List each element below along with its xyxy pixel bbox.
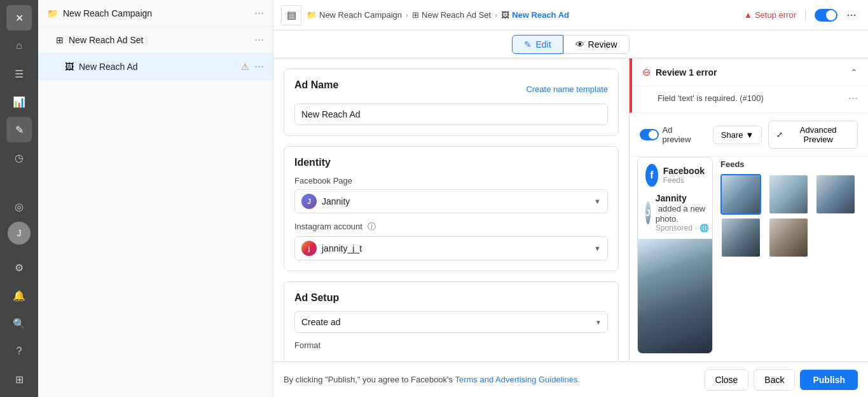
breadcrumb-sep2: › bbox=[495, 11, 497, 20]
facebook-page-value: Jannity bbox=[322, 196, 350, 206]
breadcrumb: 📁 New Reach Campaign › ⊞ New Reach Ad Se… bbox=[307, 10, 569, 20]
target-icon-button[interactable]: ◎ bbox=[6, 194, 32, 219]
error-header[interactable]: ⊖ Review 1 error ⌃ bbox=[632, 58, 868, 86]
edit-tab[interactable]: ✎ Edit bbox=[512, 35, 563, 54]
ad-name-header-row: Ad Name Create name template bbox=[294, 79, 608, 98]
error-more-button[interactable]: ··· bbox=[848, 91, 858, 105]
thumb-2-img bbox=[769, 175, 808, 213]
identity-title: Identity bbox=[294, 157, 608, 168]
feeds-strip: Feeds bbox=[720, 157, 860, 354]
adset-bc-icon: ⊞ bbox=[412, 10, 419, 20]
expand-icon: ⤢ bbox=[776, 130, 783, 139]
ad-setup-title: Ad Setup bbox=[294, 292, 608, 304]
toggle-switch[interactable] bbox=[815, 9, 837, 22]
breadcrumb-ad[interactable]: 🖼 New Reach Ad bbox=[501, 10, 569, 20]
nav-adset-label: New Reach Ad Set bbox=[69, 35, 249, 45]
top-bar: ▤ 📁 New Reach Campaign › ⊞ New Reach Ad … bbox=[273, 0, 868, 30]
settings-icon-button[interactable]: ⚙ bbox=[6, 255, 32, 280]
breadcrumb-sep1: › bbox=[406, 11, 408, 20]
home-icon-button[interactable]: ⌂ bbox=[6, 33, 32, 58]
edit-review-bar: ✎ Edit 👁 Review bbox=[273, 30, 868, 58]
breadcrumb-campaign-label: New Reach Campaign bbox=[319, 10, 402, 20]
create-ad-select[interactable]: Create ad bbox=[294, 311, 608, 333]
error-message: Field 'text' is required. (#100) bbox=[658, 93, 843, 103]
feeds-strip-title: Feeds bbox=[720, 157, 860, 174]
chart-icon-button[interactable]: 📊 bbox=[6, 89, 32, 114]
review-eye-icon: 👁 bbox=[575, 39, 584, 50]
thumb-5[interactable] bbox=[768, 217, 809, 258]
create-name-template-link[interactable]: Create name template bbox=[526, 84, 608, 94]
ad-preview-label: Ad preview bbox=[663, 125, 700, 144]
toggle-nav-button[interactable]: ▤ bbox=[281, 5, 301, 25]
advanced-preview-button[interactable]: ⤢ Advanced Preview bbox=[768, 121, 858, 149]
advanced-preview-label: Advanced Preview bbox=[787, 125, 850, 144]
warning-icon: ⚠ bbox=[241, 62, 249, 72]
error-collapse-icon[interactable]: ⌃ bbox=[850, 67, 858, 77]
ad-preview-toggle-switch[interactable] bbox=[640, 129, 659, 140]
ad-name-input[interactable] bbox=[294, 104, 608, 125]
ad-setup-section: Ad Setup Create ad Format bbox=[284, 281, 619, 361]
error-box: ⊖ Review 1 error ⌃ Field 'text' is requi… bbox=[630, 58, 868, 113]
fb-preview-card: f Facebook Feeds J bbox=[637, 157, 713, 354]
adset-more-button[interactable]: ··· bbox=[254, 33, 264, 46]
facebook-page-avatar: J bbox=[301, 194, 317, 209]
help-icon-button[interactable]: ? bbox=[6, 339, 32, 364]
adset-icon: ⊞ bbox=[56, 35, 64, 45]
poster-avatar: J bbox=[645, 201, 651, 224]
ad-more-button[interactable]: ··· bbox=[254, 60, 264, 73]
nav-adset[interactable]: ⊞ New Reach Ad Set ··· bbox=[38, 27, 273, 53]
campaign-more-button[interactable]: ··· bbox=[254, 6, 264, 20]
thumb-3[interactable] bbox=[815, 174, 856, 215]
topbar-more-button[interactable]: ··· bbox=[843, 6, 860, 24]
error-title: Review 1 error bbox=[656, 67, 845, 77]
sidebar-icons-panel: ✕ ⌂ ☰ 📊 ✎ ◷ ◎ J ⚙ 🔔 🔍 ? ⊞ bbox=[0, 0, 38, 397]
globe-icon: 🌐 bbox=[699, 224, 709, 232]
edit-tab-label: Edit bbox=[535, 39, 551, 50]
bottom-bar: By clicking "Publish," you agree to Face… bbox=[273, 361, 868, 397]
back-button[interactable]: Back bbox=[754, 369, 795, 391]
avatar[interactable]: J bbox=[8, 222, 31, 245]
close-panel-button[interactable]: ✕ bbox=[6, 5, 32, 30]
instagram-label-text: Instagram account bbox=[294, 222, 362, 231]
thumbnails-grid bbox=[720, 174, 860, 215]
preview-panel: ⊖ Review 1 error ⌃ Field 'text' is requi… bbox=[630, 58, 868, 361]
setup-error-label: Setup error bbox=[755, 10, 796, 20]
instagram-account-select[interactable]: j jannity_j_t ▼ bbox=[294, 236, 608, 260]
search-icon-button[interactable]: 🔍 bbox=[6, 311, 32, 336]
breadcrumb-campaign[interactable]: 📁 New Reach Campaign bbox=[307, 10, 402, 20]
sponsored-label: Sponsored bbox=[656, 224, 692, 232]
clock-icon-button[interactable]: ◷ bbox=[6, 145, 32, 170]
error-triangle-icon: ▲ bbox=[744, 10, 752, 20]
grid2-icon-button[interactable]: ⊞ bbox=[6, 367, 32, 392]
ad-preview-toggle: Ad preview bbox=[640, 125, 700, 144]
review-tab[interactable]: 👁 Review bbox=[563, 35, 630, 54]
nav-campaign-label: New Reach Campaign bbox=[63, 8, 249, 18]
close-button[interactable]: Close bbox=[705, 369, 749, 391]
edit-icon-button[interactable]: ✎ bbox=[6, 117, 32, 142]
thumb-3-img bbox=[816, 175, 855, 213]
nav-campaign[interactable]: 📁 New Reach Campaign ··· bbox=[38, 0, 273, 27]
share-chevron-icon: ▼ bbox=[746, 130, 754, 140]
breadcrumb-adset[interactable]: ⊞ New Reach Ad Set bbox=[412, 10, 491, 20]
bottom-text-static: By clicking "Publish," you agree to Face… bbox=[284, 375, 453, 384]
bars-icon-button[interactable]: ☰ bbox=[6, 61, 32, 86]
fb-poster-name: Jannity added a new photo. bbox=[656, 193, 709, 224]
share-button[interactable]: Share ▼ bbox=[713, 126, 762, 144]
review-tab-label: Review bbox=[588, 39, 617, 50]
publish-button[interactable]: Publish bbox=[800, 370, 858, 390]
ad-preview-toggle-knob bbox=[649, 130, 658, 139]
nav-ad[interactable]: 🖼 New Reach Ad ⚠ ··· bbox=[38, 53, 273, 80]
facebook-page-select[interactable]: J Jannity ▼ bbox=[294, 189, 608, 213]
format-label: Format bbox=[294, 340, 608, 350]
bell-icon-button[interactable]: 🔔 bbox=[6, 283, 32, 308]
instagram-label: Instagram account ⓘ bbox=[294, 221, 608, 232]
fb-image-content bbox=[638, 239, 712, 353]
nav-panel: 📁 New Reach Campaign ··· ⊞ New Reach Ad … bbox=[38, 0, 273, 397]
fb-post-meta: Feeds bbox=[663, 176, 705, 185]
ad-bc-icon: 🖼 bbox=[501, 10, 509, 20]
thumb-2[interactable] bbox=[768, 174, 809, 215]
terms-link[interactable]: Terms and Advertising Guidelines. bbox=[455, 375, 580, 384]
instagram-value: jannity_j_t bbox=[322, 243, 362, 253]
thumb-1[interactable] bbox=[720, 174, 761, 215]
thumb-4[interactable] bbox=[720, 217, 761, 258]
